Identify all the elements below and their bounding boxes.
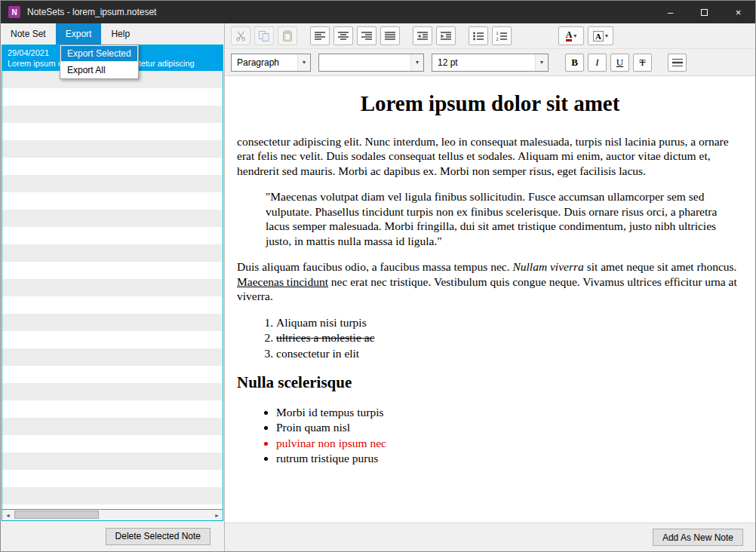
horizontal-rule-button[interactable] xyxy=(668,54,687,72)
sidebar-footer: Delete Selected Note xyxy=(1,521,224,551)
window-title: NoteSets - lorem_ipsum.noteset xyxy=(27,7,653,17)
doc-bullet-list: Morbi id tempus turpis Proin quam nisl p… xyxy=(237,405,743,466)
font-size-select[interactable]: 12 pt ▾ xyxy=(432,54,549,72)
align-center-button[interactable] xyxy=(333,26,353,45)
numbered-list-button[interactable]: 12 xyxy=(492,26,512,45)
editor-toolbar: 12 A ▾ A ▾ xyxy=(225,23,755,49)
paste-icon xyxy=(281,30,293,42)
doc-text: Duis aliquam faucibus odio, a faucibus m… xyxy=(237,260,512,273)
note-list-empty-area[interactable] xyxy=(2,71,223,509)
maximize-icon xyxy=(701,9,708,16)
app-window: N NoteSets - lorem_ipsum.noteset – × Not… xyxy=(0,0,756,552)
list-item: Proin quam nisl xyxy=(276,420,743,435)
close-button[interactable]: × xyxy=(721,1,755,23)
clipboard-group xyxy=(231,26,297,45)
align-center-icon xyxy=(337,31,349,41)
list-group: 12 xyxy=(469,26,512,45)
align-left-button[interactable] xyxy=(310,26,330,45)
align-right-button[interactable] xyxy=(357,26,376,45)
doc-ordered-list: Aliquam nisi turpis ultrices a molestie … xyxy=(237,315,743,361)
highlight-color-button[interactable]: A ▾ xyxy=(588,26,613,45)
list-item-red: pulvinar non ipsum nec xyxy=(276,436,743,451)
sidebar: Note Set Export Help 29/04/2021 Lorem ip… xyxy=(1,23,225,551)
font-color-icon: A xyxy=(566,30,573,41)
list-item: consectetur in elit xyxy=(276,346,743,361)
maximize-button[interactable] xyxy=(687,1,721,23)
outdent-button[interactable] xyxy=(413,26,432,45)
caret-down-icon: ▾ xyxy=(410,54,423,71)
underline-button[interactable]: U xyxy=(610,54,629,72)
scroll-right-arrow[interactable]: ► xyxy=(211,510,223,520)
paragraph-style-select[interactable]: Paragraph ▾ xyxy=(231,54,311,72)
caret-down-icon: ▾ xyxy=(297,54,310,71)
bold-button[interactable]: B xyxy=(565,54,584,72)
format-toolbar: Paragraph ▾ ▾ 12 pt ▾ B I U T xyxy=(225,49,755,76)
copy-button[interactable] xyxy=(254,26,274,45)
doc-heading2: Nulla scelerisque xyxy=(237,373,743,392)
menu-item-export-selected[interactable]: Export Selected xyxy=(60,45,138,62)
doc-italic-text: Nullam viverra xyxy=(512,260,583,273)
menubar: Note Set Export Help xyxy=(1,23,224,44)
scroll-left-arrow[interactable]: ◄ xyxy=(2,510,14,520)
strikethrough-button[interactable]: T xyxy=(633,54,652,72)
horizontal-scrollbar[interactable]: ◄ ► xyxy=(2,509,223,520)
outdent-icon xyxy=(416,31,429,41)
minimize-icon: – xyxy=(668,7,673,18)
bullet-list-icon xyxy=(472,31,484,41)
note-list[interactable]: 29/04/2021 Lorem ipsum dolor sit amet, c… xyxy=(2,44,223,521)
document-editor[interactable]: Lorem ipsum dolor sit amet consectetur a… xyxy=(225,76,755,523)
indent-icon xyxy=(440,31,452,41)
italic-button[interactable]: I xyxy=(588,54,607,72)
svg-text:1: 1 xyxy=(496,31,499,35)
menu-item-export-all[interactable]: Export All xyxy=(60,62,138,78)
indent-group xyxy=(413,26,456,45)
menu-note-set[interactable]: Note Set xyxy=(1,23,56,44)
menu-export[interactable]: Export xyxy=(56,23,102,44)
highlight-color-icon: A xyxy=(593,31,604,41)
font-size-value: 12 pt xyxy=(432,57,535,68)
horizontal-rule-icon xyxy=(671,57,684,68)
caret-down-icon: ▾ xyxy=(573,33,576,39)
font-color-button[interactable]: A ▾ xyxy=(558,26,584,45)
indent-button[interactable] xyxy=(436,26,456,45)
numbered-list-icon: 12 xyxy=(496,31,508,41)
font-family-select[interactable]: ▾ xyxy=(318,54,424,72)
doc-underlined-text: Maecenas tincidunt xyxy=(237,275,328,288)
editor-panel: 12 A ▾ A ▾ Paragraph xyxy=(225,23,755,551)
svg-text:2: 2 xyxy=(496,37,499,41)
color-group: A ▾ A ▾ xyxy=(558,26,613,45)
doc-paragraph-2: Duis aliquam faucibus odio, a faucibus m… xyxy=(237,259,743,304)
paragraph-style-value: Paragraph xyxy=(232,57,297,68)
align-justify-icon xyxy=(384,31,396,41)
export-menu: Export Selected Export All xyxy=(60,44,139,79)
doc-text: sit amet neque sit amet rhoncus. xyxy=(584,260,737,273)
delete-selected-note-button[interactable]: Delete Selected Note xyxy=(106,528,211,545)
window-controls: – × xyxy=(653,1,755,23)
minimize-button[interactable]: – xyxy=(653,1,687,23)
paste-button[interactable] xyxy=(278,26,297,45)
doc-title: Lorem ipsum dolor sit amet xyxy=(237,90,743,118)
align-right-icon xyxy=(361,31,373,41)
list-item: Aliquam nisi turpis xyxy=(276,315,743,330)
doc-quote: "Maecenas volutpat diam vel ligula finib… xyxy=(266,189,736,248)
cut-button[interactable] xyxy=(231,26,250,45)
scroll-track[interactable] xyxy=(14,510,211,520)
menu-help[interactable]: Help xyxy=(101,23,140,44)
main-area: Note Set Export Help 29/04/2021 Lorem ip… xyxy=(1,23,755,551)
doc-paragraph-1: consectetur adipiscing elit. Nunc interd… xyxy=(237,134,743,179)
titlebar: N NoteSets - lorem_ipsum.noteset – × xyxy=(1,1,755,23)
copy-icon xyxy=(258,30,270,42)
list-item: Morbi id tempus turpis xyxy=(276,405,743,420)
scroll-thumb[interactable] xyxy=(14,511,99,519)
align-justify-button[interactable] xyxy=(380,26,400,45)
cut-icon xyxy=(235,30,247,41)
close-icon: × xyxy=(736,7,742,18)
bullet-list-button[interactable] xyxy=(469,26,488,45)
list-item-strikethrough: ultrices a molestie ac xyxy=(276,330,743,345)
add-as-new-note-button[interactable]: Add As New Note xyxy=(653,529,743,546)
editor-footer: Add As New Note xyxy=(225,523,755,551)
align-left-icon xyxy=(314,31,326,41)
list-item: rutrum tristique purus xyxy=(276,451,743,466)
alignment-group xyxy=(310,26,400,45)
app-icon-letter: N xyxy=(11,8,17,17)
